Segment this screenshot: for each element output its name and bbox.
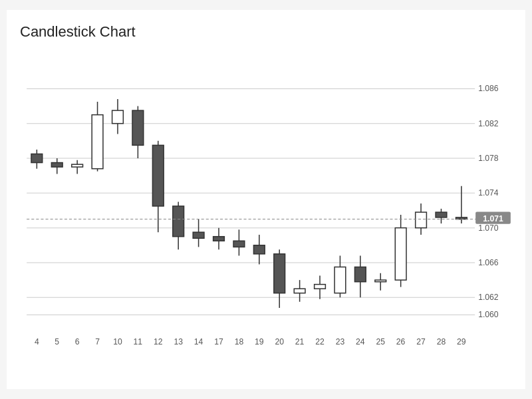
svg-text:23: 23	[336, 337, 345, 346]
svg-text:1.071: 1.071	[483, 214, 503, 223]
svg-text:1.066: 1.066	[478, 258, 499, 267]
svg-text:19: 19	[255, 337, 264, 346]
svg-text:1.078: 1.078	[478, 154, 499, 163]
chart-area: 1.0861.0821.0781.0741.0701.0661.0621.060…	[20, 51, 519, 357]
svg-rect-74	[416, 212, 427, 228]
svg-rect-38	[173, 206, 184, 237]
svg-rect-65	[354, 267, 366, 281]
svg-rect-62	[334, 267, 346, 293]
svg-text:1.086: 1.086	[478, 84, 499, 93]
svg-text:7: 7	[95, 337, 100, 346]
svg-rect-50	[253, 245, 265, 254]
svg-rect-77	[436, 212, 447, 217]
svg-rect-23	[72, 164, 83, 167]
svg-text:1.070: 1.070	[478, 223, 499, 233]
svg-text:28: 28	[437, 337, 446, 346]
svg-rect-59	[315, 285, 326, 289]
svg-text:18: 18	[235, 337, 244, 346]
svg-rect-32	[132, 110, 144, 145]
svg-text:27: 27	[416, 337, 426, 346]
svg-rect-71	[395, 228, 406, 280]
svg-text:6: 6	[75, 337, 80, 346]
svg-text:10: 10	[113, 337, 122, 346]
svg-rect-26	[92, 115, 103, 169]
svg-rect-44	[213, 237, 225, 241]
svg-text:22: 22	[315, 337, 325, 346]
candlestick-svg: 1.0861.0821.0781.0741.0701.0661.0621.060…	[20, 51, 519, 357]
svg-text:1.074: 1.074	[478, 188, 499, 198]
chart-container: Candlestick Chart 1.0861.0821.0781.0741.…	[7, 10, 525, 389]
svg-text:4: 4	[35, 337, 39, 346]
svg-text:21: 21	[295, 337, 305, 346]
svg-text:25: 25	[376, 337, 385, 346]
svg-text:26: 26	[396, 337, 406, 346]
svg-text:20: 20	[275, 337, 284, 346]
chart-title: Candlestick Chart	[20, 23, 519, 41]
svg-text:17: 17	[214, 337, 223, 346]
svg-rect-68	[375, 280, 386, 282]
svg-text:14: 14	[194, 337, 203, 346]
svg-text:5: 5	[55, 337, 59, 346]
svg-text:13: 13	[174, 337, 183, 346]
svg-rect-53	[274, 254, 285, 293]
svg-text:29: 29	[457, 337, 466, 346]
svg-rect-17	[31, 154, 43, 162]
svg-text:1.060: 1.060	[478, 310, 499, 319]
svg-rect-29	[112, 110, 124, 124]
svg-rect-35	[152, 145, 164, 206]
svg-rect-41	[193, 232, 204, 238]
svg-rect-47	[233, 241, 245, 247]
svg-text:11: 11	[134, 337, 143, 346]
svg-text:1.062: 1.062	[478, 293, 499, 302]
svg-rect-20	[51, 163, 63, 168]
svg-text:24: 24	[356, 337, 365, 346]
svg-rect-56	[294, 289, 305, 293]
svg-text:12: 12	[154, 337, 163, 346]
svg-text:1.082: 1.082	[478, 119, 499, 128]
